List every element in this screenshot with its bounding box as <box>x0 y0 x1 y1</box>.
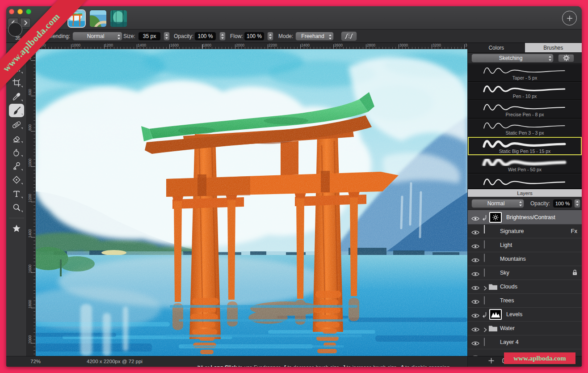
folder-chevron-icon[interactable] <box>483 326 487 334</box>
layer-opacity-stepper[interactable] <box>574 199 580 208</box>
visibility-eye-icon[interactable] <box>471 298 479 306</box>
visibility-eye-icon[interactable] <box>471 257 479 265</box>
eraser-icon <box>12 134 21 143</box>
minimize-button[interactable] <box>17 9 23 14</box>
tool-clone-stamp[interactable] <box>9 159 24 173</box>
layer-row-trees[interactable]: Trees <box>468 293 582 307</box>
add-layer-button[interactable] <box>488 357 494 365</box>
document-tab-4[interactable] <box>110 10 127 27</box>
opacity-field[interactable]: 100 % <box>194 32 216 41</box>
clipping-mask-arrow-icon <box>482 215 487 223</box>
tab-colors[interactable]: Colors <box>468 43 525 52</box>
size-field[interactable]: 35 px <box>138 32 161 41</box>
layer-row-levels[interactable]: Levels <box>468 307 582 321</box>
layer-row-brightness-contrast[interactable]: Brightness/Contrast <box>468 210 582 224</box>
visibility-eye-icon[interactable] <box>471 354 479 356</box>
select-chevrons-icon <box>519 201 522 207</box>
visibility-eye-icon[interactable] <box>471 326 479 334</box>
effects-badge[interactable]: Fx <box>571 228 577 234</box>
titlebar <box>6 6 582 30</box>
canvas-viewport[interactable] <box>36 49 467 356</box>
vertical-ruler: 400 600 800 1000 1200 1400 1600 1800 200… <box>27 49 36 356</box>
layer-row-clouds-group[interactable]: Clouds <box>468 280 582 293</box>
brush-item[interactable]: Static Pen 3 - 3 px <box>468 119 582 137</box>
layer-name: Light <box>500 242 512 248</box>
tool-zoom[interactable] <box>9 201 24 214</box>
brush-label: Static Pen 3 - 3 px <box>506 130 544 136</box>
brush-category-select[interactable]: Sketching <box>471 54 554 63</box>
brush-stroke-preview <box>473 65 577 76</box>
visibility-eye-icon[interactable] <box>471 229 479 237</box>
tool-eyedropper[interactable] <box>9 90 24 103</box>
size-label: Size: <box>123 33 135 39</box>
select-chevrons-icon <box>548 55 552 61</box>
mode-value: Freehand <box>301 33 324 39</box>
layer-name: Brightness/Contrast <box>506 214 555 220</box>
folder-chevron-icon[interactable] <box>483 284 487 292</box>
brush-settings-button[interactable] <box>558 54 574 62</box>
tool-paint-brush-active[interactable] <box>9 104 24 117</box>
brush-category-value: Sketching <box>499 55 523 61</box>
select-chevrons-icon <box>328 34 332 40</box>
tool-favorites[interactable] <box>9 222 24 235</box>
visibility-eye-icon[interactable] <box>471 243 479 251</box>
layer-row-signature[interactable]: Signature Fx <box>468 224 582 238</box>
coast-thumbnail <box>90 10 106 27</box>
flow-stepper[interactable] <box>267 32 273 41</box>
blending-select[interactable]: Normal <box>72 32 122 41</box>
new-document-button[interactable] <box>562 11 577 25</box>
flow-field[interactable]: 100 % <box>244 32 265 41</box>
tool-smudge[interactable] <box>9 145 24 159</box>
ruler-label: 1200 <box>105 43 113 47</box>
brush-list: Taper - 5 px Pen - 10 px Precise Pen - 8… <box>468 64 582 189</box>
brush-item[interactable]: Pen - 10 px <box>468 82 582 100</box>
bandage-icon <box>12 120 21 129</box>
control-key-icon: ^ <box>401 365 404 367</box>
layer-row-water-group[interactable]: Water <box>468 321 582 335</box>
layer-row-layer4[interactable]: Layer 4 <box>468 335 582 349</box>
ruler-label: 2400 <box>301 43 310 47</box>
visibility-eye-icon[interactable] <box>471 340 479 348</box>
visibility-eye-icon[interactable] <box>471 215 479 223</box>
blending-value: Normal <box>87 33 105 39</box>
stroke-smoothing-button[interactable] <box>341 31 357 41</box>
layer-row-sky[interactable]: Sky <box>468 266 582 280</box>
tool-warp[interactable] <box>9 173 24 186</box>
tool-retouch[interactable] <box>9 118 24 131</box>
brush-stroke-preview <box>473 120 577 131</box>
brush-category-row: Sketching <box>468 53 582 64</box>
eyedropper-icon <box>12 92 21 101</box>
smudge-finger-icon <box>12 148 21 157</box>
layer-opacity-field[interactable]: 100 % <box>553 199 572 208</box>
canvas-artwork[interactable] <box>36 49 467 356</box>
stepper-chevrons-icon <box>221 34 224 39</box>
close-button[interactable] <box>9 9 14 14</box>
visibility-eye-icon[interactable] <box>471 271 479 279</box>
visibility-eye-icon[interactable] <box>471 312 479 320</box>
ruler-label: 1400 <box>138 43 146 47</box>
brush-item-partial[interactable] <box>468 174 582 189</box>
mode-select[interactable]: Freehand <box>295 32 334 41</box>
layer-row-light[interactable]: Light <box>468 238 582 252</box>
mode-label: Mode: <box>278 33 293 39</box>
tool-type[interactable] <box>9 187 24 200</box>
brush-item[interactable]: Taper - 5 px <box>468 64 582 82</box>
tool-eraser[interactable] <box>9 131 24 145</box>
layer-row-mountains[interactable]: Mountains <box>468 252 582 266</box>
brush-stroke-preview <box>473 177 577 187</box>
ruler-label: 800 <box>28 120 32 135</box>
brush-item[interactable]: Wet Pen - 50 px <box>468 155 582 174</box>
document-tab-3[interactable] <box>90 10 106 27</box>
clone-stamp-icon <box>12 161 21 170</box>
brush-item[interactable]: Precise Pen - 8 px <box>468 100 582 119</box>
size-stepper[interactable] <box>164 32 170 41</box>
clipping-mask-arrow-icon <box>482 312 487 320</box>
visibility-eye-icon[interactable] <box>471 284 479 292</box>
tab-brushes[interactable]: Brushes <box>525 43 582 52</box>
opacity-stepper[interactable] <box>219 32 226 41</box>
brush-item-selected[interactable]: Static Big Pen 15 - 15 px <box>468 137 582 155</box>
fullscreen-button[interactable] <box>26 9 31 14</box>
layer-thumbnail <box>484 240 485 249</box>
layer-blend-select[interactable]: Normal <box>471 199 524 208</box>
layer-thumbnail <box>484 268 485 277</box>
